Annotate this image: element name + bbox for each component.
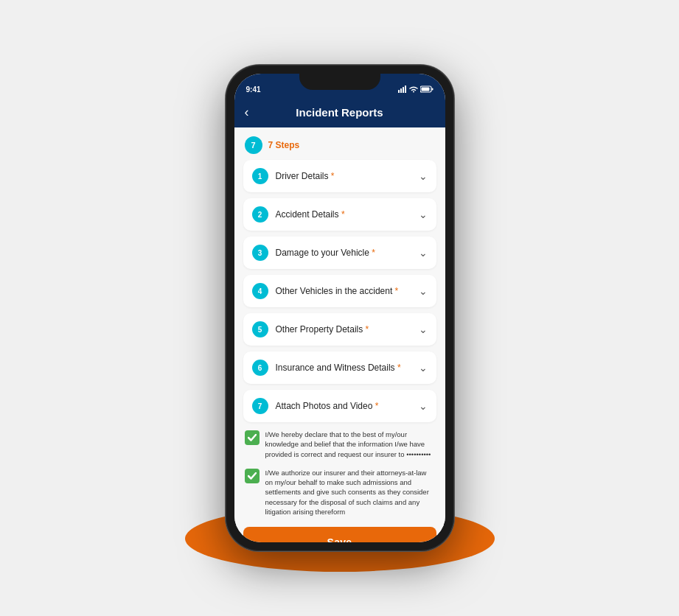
required-mark-6: * xyxy=(397,363,401,373)
steps-label: 7 Steps xyxy=(268,140,300,150)
content-area: 7 7 Steps 1 Driver Details * ⌄ 2 Acciden… xyxy=(234,127,445,542)
declaration-row-1: I/We hereby declare that to the best of … xyxy=(243,428,436,461)
chevron-icon-5: ⌄ xyxy=(419,323,428,335)
step-num-7: 7 xyxy=(252,398,268,414)
scene: 9:41 xyxy=(0,0,679,616)
chevron-icon-2: ⌄ xyxy=(419,209,428,220)
svg-rect-2 xyxy=(403,87,404,93)
declaration-row-2: I/We authorize our insurer and their att… xyxy=(243,466,436,518)
status-bar: 9:41 xyxy=(234,74,445,100)
svg-rect-5 xyxy=(421,88,429,91)
checkbox-2[interactable] xyxy=(245,469,260,483)
status-icons xyxy=(398,85,433,93)
checkbox-1[interactable] xyxy=(245,430,260,445)
chevron-icon-4: ⌄ xyxy=(419,285,428,297)
step-label-3: Damage to your Vehicle * xyxy=(276,248,411,258)
step-row-3[interactable]: 3 Damage to your Vehicle * ⌄ xyxy=(243,237,436,269)
steps-badge: 7 7 Steps xyxy=(243,136,436,154)
steps-count-circle: 7 xyxy=(245,136,262,154)
save-button[interactable]: Save xyxy=(243,527,436,542)
declaration-text-2: I/We authorize our insurer and their att… xyxy=(265,468,435,517)
step-row-7[interactable]: 7 Attach Photos and Video * ⌄ xyxy=(243,390,436,422)
phone-screen: 9:41 xyxy=(234,74,445,542)
svg-rect-6 xyxy=(431,88,433,91)
step-row-2[interactable]: 2 Accident Details * ⌄ xyxy=(243,198,436,231)
battery-icon xyxy=(420,85,433,93)
step-num-6: 6 xyxy=(252,360,268,376)
required-mark-5: * xyxy=(366,324,369,335)
step-num-2: 2 xyxy=(252,206,268,223)
phone-shell: 9:41 xyxy=(226,65,454,551)
wifi-icon xyxy=(409,85,418,93)
svg-rect-3 xyxy=(405,85,406,93)
step-num-1: 1 xyxy=(252,168,268,184)
header-title: Incident Reports xyxy=(296,106,383,119)
signal-icon xyxy=(398,85,407,93)
required-mark-3: * xyxy=(372,248,375,258)
step-row-6[interactable]: 6 Insurance and Witness Details * ⌄ xyxy=(243,351,436,384)
required-mark-1: * xyxy=(331,171,335,181)
required-mark-4: * xyxy=(395,286,399,296)
notch xyxy=(299,74,380,90)
step-label-7: Attach Photos and Video * xyxy=(276,401,411,411)
step-row-4[interactable]: 4 Other Vehicles in the accident * ⌄ xyxy=(243,275,436,307)
app-header: ‹ Incident Reports xyxy=(234,100,445,127)
step-row-1[interactable]: 1 Driver Details * ⌄ xyxy=(243,160,436,192)
step-num-4: 4 xyxy=(252,283,268,299)
svg-rect-0 xyxy=(398,90,400,93)
required-mark-2: * xyxy=(341,209,345,220)
step-num-5: 5 xyxy=(252,321,268,337)
step-num-3: 3 xyxy=(252,245,268,261)
chevron-icon-7: ⌄ xyxy=(419,400,428,412)
required-mark-7: * xyxy=(375,401,379,411)
svg-rect-1 xyxy=(400,88,402,93)
step-label-6: Insurance and Witness Details * xyxy=(276,363,411,373)
status-time: 9:41 xyxy=(246,85,261,94)
step-label-2: Accident Details * xyxy=(276,209,411,220)
back-button[interactable]: ‹ xyxy=(245,105,249,120)
checkmark-icon-2 xyxy=(248,472,257,480)
step-label-5: Other Property Details * xyxy=(276,324,411,335)
chevron-icon-1: ⌄ xyxy=(419,170,428,182)
checkmark-icon-1 xyxy=(248,434,257,441)
step-row-5[interactable]: 5 Other Property Details * ⌄ xyxy=(243,313,436,346)
step-label-4: Other Vehicles in the accident * xyxy=(276,286,411,296)
declaration-text-1: I/We hereby declare that to the best of … xyxy=(265,430,435,459)
step-label-1: Driver Details * xyxy=(276,171,411,181)
chevron-icon-6: ⌄ xyxy=(419,362,428,374)
chevron-icon-3: ⌄ xyxy=(419,247,428,259)
